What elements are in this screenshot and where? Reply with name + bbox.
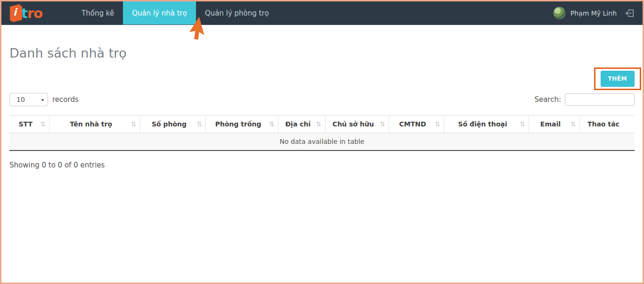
- sort-icon[interactable]: ⇅: [435, 120, 440, 128]
- user-avatar[interactable]: [553, 7, 566, 19]
- page-title: Danh sách nhà trọ: [9, 46, 635, 60]
- nav-item-quan-ly-phong-tro[interactable]: Quản lý phòng trọ: [196, 1, 278, 25]
- main-menu: Thống kê Quản lý nhà trọ Quản lý phòng t…: [73, 1, 278, 25]
- sort-icon[interactable]: ⇅: [269, 120, 275, 128]
- logo-letters-ro: ro: [27, 5, 42, 21]
- user-menu: Phạm Mỹ Linh: [553, 1, 635, 25]
- navbar: i tro Thống kê Quản lý nhà trọ Quản lý p…: [1, 1, 643, 25]
- column-label: Email: [540, 120, 561, 128]
- logout-icon[interactable]: [624, 8, 635, 18]
- page-length-control: 10 ▾ records: [9, 93, 79, 106]
- sort-icon[interactable]: ⇅: [380, 120, 385, 128]
- column-header-cmtnd[interactable]: CMTND⇅: [389, 116, 444, 133]
- column-header-phong-trong[interactable]: Phòng trống⇅: [206, 116, 278, 133]
- app-logo[interactable]: i tro: [9, 1, 42, 25]
- column-label: Số phòng: [152, 120, 187, 128]
- entries-info: Showing 0 to 0 of 0 entries: [9, 161, 635, 169]
- logo-letter-i: i: [13, 8, 16, 17]
- column-label: Thao tác: [587, 120, 620, 128]
- column-header-chu-so-huu[interactable]: Chủ sở hữu⇅: [325, 116, 389, 133]
- column-header-so-dien-thoai[interactable]: Số điện thoại⇅: [444, 116, 529, 133]
- page-length-select[interactable]: 10 ▾: [9, 93, 48, 106]
- column-label: Tên nhà trọ: [70, 120, 112, 128]
- column-header-stt[interactable]: STT⇅: [9, 116, 49, 133]
- logo-door-icon: i: [9, 4, 23, 22]
- table-header-row: STT⇅ Tên nhà trọ⇅ Số phòng⇅ Phòng trống⇅…: [9, 116, 635, 133]
- column-header-so-phong[interactable]: Số phòng⇅: [140, 116, 205, 133]
- column-label: STT: [18, 120, 33, 128]
- add-button-highlight: THÊM: [594, 67, 641, 90]
- records-label: records: [52, 95, 79, 104]
- column-label: CMTND: [399, 120, 426, 128]
- column-label: Chủ sở hữu: [333, 120, 374, 128]
- data-table: STT⇅ Tên nhà trọ⇅ Số phòng⇅ Phòng trống⇅…: [9, 115, 635, 151]
- page-length-value: 10: [16, 96, 25, 103]
- table-row: No data available in table: [9, 133, 635, 151]
- toolbar: THÊM: [9, 67, 635, 90]
- column-header-email[interactable]: Email⇅: [529, 116, 579, 133]
- sort-icon[interactable]: ⇅: [196, 120, 202, 128]
- search-control: Search:: [534, 93, 635, 106]
- sort-icon[interactable]: ⇅: [571, 120, 576, 128]
- search-label: Search:: [534, 95, 561, 104]
- empty-message: No data available in table: [9, 133, 635, 151]
- sort-icon[interactable]: ⇅: [41, 120, 46, 128]
- table-controls: 10 ▾ records Search:: [9, 93, 635, 106]
- sort-icon[interactable]: ⇅: [316, 120, 322, 128]
- chevron-down-icon: ▾: [41, 97, 44, 102]
- nav-item-quan-ly-nha-tro[interactable]: Quản lý nhà trọ: [123, 1, 196, 25]
- app-window: i tro Thống kê Quản lý nhà trọ Quản lý p…: [0, 0, 644, 284]
- user-name[interactable]: Phạm Mỹ Linh: [571, 9, 617, 17]
- column-label: Địa chỉ: [285, 120, 310, 128]
- main-content: Danh sách nhà trọ THÊM 10 ▾ records Sear…: [1, 46, 643, 169]
- nav-item-thong-ke[interactable]: Thống kê: [73, 1, 123, 25]
- column-header-dia-chi[interactable]: Địa chỉ⇅: [278, 116, 326, 133]
- search-input[interactable]: [565, 93, 635, 106]
- column-header-ten-nha-tro[interactable]: Tên nhà trọ⇅: [49, 116, 140, 133]
- sort-icon[interactable]: ⇅: [131, 120, 137, 128]
- add-button[interactable]: THÊM: [601, 71, 635, 87]
- column-header-thao-tac[interactable]: Thao tác: [579, 116, 635, 133]
- sort-icon[interactable]: ⇅: [520, 120, 525, 128]
- column-label: Phòng trống: [215, 120, 261, 128]
- column-label: Số điện thoại: [458, 120, 507, 128]
